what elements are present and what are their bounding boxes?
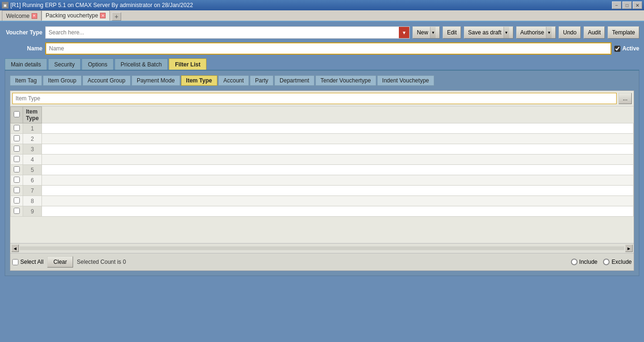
sub-tab-payment-mode[interactable]: Payment Mode: [132, 75, 180, 86]
exclude-label: Exclude: [611, 259, 632, 265]
table-row: 3: [11, 144, 634, 155]
exclude-radio-wrap: Exclude: [603, 259, 632, 265]
table-row: 2: [11, 134, 634, 144]
sub-tab-tender-vouchertype[interactable]: Tender Vouchertype: [315, 75, 376, 86]
row-checkbox[interactable]: [14, 208, 20, 214]
item-type-column-header: Item Type: [23, 107, 42, 123]
active-label: Active: [622, 45, 639, 52]
clear-button[interactable]: Clear: [47, 256, 73, 268]
select-all-header-checkbox[interactable]: [14, 111, 20, 117]
row-checkbox[interactable]: [14, 156, 20, 162]
row-checkbox-cell: [11, 175, 23, 186]
voucher-type-dropdown-arrow[interactable]: ▼: [399, 27, 409, 38]
new-dropdown-arrow[interactable]: ▼: [430, 27, 436, 38]
item-type-search-input[interactable]: [12, 93, 617, 104]
name-input[interactable]: [46, 45, 611, 52]
row-number: 2: [23, 134, 42, 144]
sub-tab-item-group[interactable]: Item Group: [43, 75, 82, 86]
row-checkbox[interactable]: [14, 187, 20, 193]
scroll-left-arrow[interactable]: ◄: [11, 244, 19, 252]
save-as-draft-button[interactable]: Save as draft ▼: [464, 26, 513, 39]
row-checkbox[interactable]: [14, 135, 20, 141]
sub-tab-account[interactable]: Account: [218, 75, 249, 86]
row-checkbox-cell: [11, 144, 23, 155]
add-tab-button[interactable]: +: [112, 12, 121, 21]
app-tab-bar: Welcome ✕ Packing vouchertype ✕ +: [0, 10, 644, 22]
include-radio[interactable]: [571, 259, 578, 265]
grid-table: Item Type 1 2 3: [10, 106, 634, 217]
table-row: 9: [11, 206, 634, 217]
tab-welcome-close[interactable]: ✕: [32, 13, 37, 19]
sub-tab-item-type[interactable]: Item Type: [181, 75, 217, 86]
tab-main-details[interactable]: Main details: [5, 58, 47, 70]
item-type-cell: [42, 206, 634, 217]
item-type-cell: [42, 134, 634, 144]
select-all-checkbox[interactable]: [12, 259, 18, 265]
tab-security[interactable]: Security: [48, 58, 81, 70]
item-type-cell: [42, 155, 634, 165]
template-button[interactable]: Template: [608, 26, 639, 39]
authorise-dropdown-arrow[interactable]: ▼: [546, 27, 552, 38]
row-checkbox[interactable]: [14, 146, 20, 152]
tab-pricelist-batch[interactable]: Pricelist & Batch: [115, 58, 168, 70]
row-checkbox[interactable]: [14, 125, 20, 131]
table-row: 6: [11, 175, 634, 186]
tab-welcome[interactable]: Welcome ✕: [2, 10, 41, 21]
table-row: 1: [11, 123, 634, 134]
sub-tab-department[interactable]: Department: [274, 75, 314, 86]
item-type-cell: [42, 123, 634, 134]
tab-packing-vouchertype-close[interactable]: ✕: [100, 13, 106, 18]
grid-area: ... Item Type: [10, 90, 634, 271]
voucher-type-label: Voucher Type: [5, 29, 42, 36]
tab-packing-vouchertype-label: Packing vouchertype: [46, 12, 98, 19]
table-row: 4: [11, 155, 634, 165]
grid-browse-button[interactable]: ...: [619, 93, 632, 104]
horizontal-scrollbar: ◄ ►: [10, 243, 634, 253]
audit-button[interactable]: Audit: [584, 26, 605, 39]
row-number: 1: [23, 123, 42, 134]
include-radio-wrap: Include: [571, 259, 598, 265]
grid-search-row: ...: [10, 91, 634, 106]
sub-tab-item-tag[interactable]: Item Tag: [10, 75, 42, 86]
sub-tab-account-group[interactable]: Account Group: [83, 75, 131, 86]
item-type-cell: [42, 175, 634, 186]
row-checkbox[interactable]: [14, 197, 20, 204]
row-checkbox[interactable]: [14, 166, 20, 172]
grid-scroll-wrap[interactable]: Item Type 1 2 3: [10, 106, 634, 243]
undo-button[interactable]: Undo: [559, 26, 581, 39]
name-row: Name Active: [5, 42, 639, 55]
sub-tab-party[interactable]: Party: [250, 75, 273, 86]
row-number: 7: [23, 186, 42, 196]
save-draft-dropdown-arrow[interactable]: ▼: [504, 27, 509, 38]
app-icon: ▣: [2, 2, 8, 8]
title-bar: ▣ [R1] Running ERP 5.1 on CMAX Server By…: [0, 0, 644, 10]
bottom-right: Include Exclude: [571, 259, 632, 265]
maximize-button[interactable]: □: [622, 1, 632, 9]
checkbox-column-header: [11, 107, 23, 123]
tab-options[interactable]: Options: [82, 58, 113, 70]
tab-packing-vouchertype[interactable]: Packing vouchertype ✕: [41, 10, 110, 21]
row-number: 8: [23, 196, 42, 206]
minimize-button[interactable]: −: [612, 1, 621, 9]
scroll-track[interactable]: [20, 246, 624, 250]
tab-filter-list[interactable]: Filter List: [169, 58, 206, 70]
sub-tab-indent-vouchetype[interactable]: Indent Vouchetype: [377, 75, 434, 86]
active-checkbox[interactable]: [614, 46, 620, 52]
table-row: 7: [11, 186, 634, 196]
scroll-right-arrow[interactable]: ►: [625, 244, 633, 252]
row-number: 6: [23, 175, 42, 186]
active-checkbox-wrap: Active: [614, 45, 639, 52]
row-number: 3: [23, 144, 42, 155]
close-button[interactable]: ✕: [633, 1, 642, 9]
row-checkbox[interactable]: [14, 177, 20, 183]
item-type-cell: [42, 186, 634, 196]
exclude-radio[interactable]: [603, 259, 610, 265]
authorise-button[interactable]: Authorise ▼: [516, 26, 556, 39]
row-checkbox-cell: [11, 165, 23, 175]
new-button[interactable]: New ▼: [413, 26, 440, 39]
table-row: 5: [11, 165, 634, 175]
edit-button[interactable]: Edit: [443, 26, 461, 39]
content-panel: Item Tag Item Group Account Group Paymen…: [5, 71, 639, 276]
voucher-type-search-input[interactable]: [46, 27, 399, 38]
row-checkbox-cell: [11, 206, 23, 217]
